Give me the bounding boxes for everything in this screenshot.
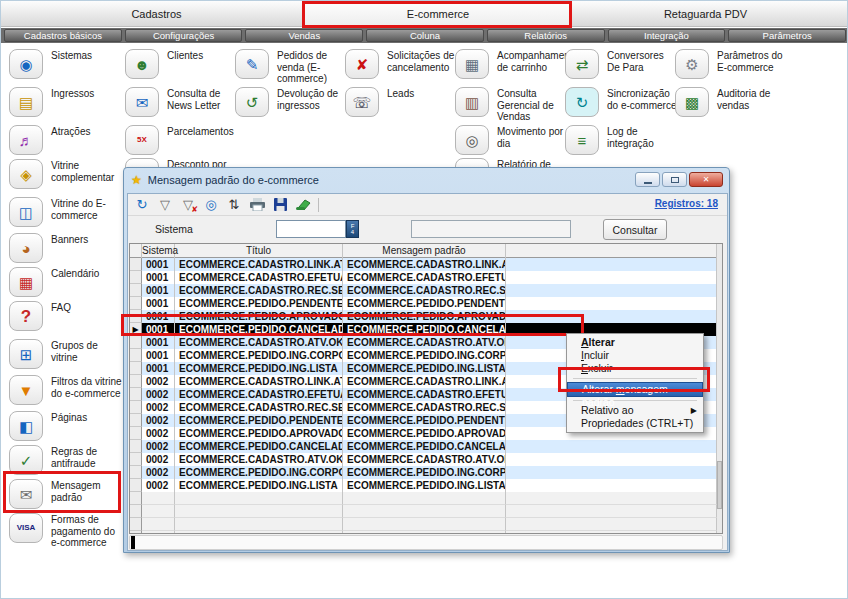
table-row[interactable]: 0002ECOMMERCE.PEDIDO.ING.LISTAECOMMERCE.… xyxy=(130,479,717,492)
cell-sistema: 0001 xyxy=(142,271,175,284)
filter-icon[interactable]: ▽ xyxy=(157,197,173,213)
module-log-de-integracao[interactable]: ≡Log de integração xyxy=(565,125,677,161)
table-row[interactable]: 0002ECOMMERCE.CADASTRO.ATV.OKECOMMERCE.C… xyxy=(130,453,717,466)
module-vitrine-do-e-commerce[interactable]: ◫Vitrine do E-commerce xyxy=(9,197,121,233)
module-auditoria-de-vendas[interactable]: ▩Auditoria de vendas xyxy=(675,87,787,123)
tab-retaguarda-pdv[interactable]: Retaguarda PDV xyxy=(571,1,839,27)
column-header-sistema[interactable]: Sistema xyxy=(142,244,175,258)
find-icon[interactable]: ◎ xyxy=(203,197,219,213)
table-row[interactable]: 0001ECOMMERCE.PEDIDO.APROVADOECOMMERCE.P… xyxy=(130,310,717,323)
module-filtros-da-vitrine-do-e-commerce[interactable]: ▼Filtros da vitrine do e-commerce xyxy=(9,375,121,411)
menu-item-relatorios[interactable]: Relatórios xyxy=(487,29,605,42)
table-row[interactable]: 0001ECOMMERCE.CADASTRO.LINK.ATIVECOMMERC… xyxy=(130,258,717,271)
module-atracoes[interactable]: ♬Atrações xyxy=(9,125,121,161)
module-parcelamentos[interactable]: 5XParcelamentos xyxy=(125,125,237,161)
clientes-icon: ☻ xyxy=(125,49,159,79)
sistema-input[interactable] xyxy=(276,220,346,238)
cell-mensagem: ECOMMERCE.CADASTRO.LINK.ATIV xyxy=(343,375,506,388)
module-sistemas[interactable]: ◉Sistemas xyxy=(9,49,121,85)
menu-item-configuracoes[interactable]: Configurações xyxy=(125,29,243,42)
module-banners[interactable]: ◕Banners xyxy=(9,233,121,269)
context-menu-item-incluir[interactable]: Incluir xyxy=(567,349,703,362)
tab-cadastros[interactable]: Cadastros xyxy=(9,1,304,27)
module-consulta-de-news-letter[interactable]: ✉Consulta de News Letter xyxy=(125,87,237,123)
print-icon[interactable] xyxy=(249,197,265,213)
sistema-lookup-button[interactable]: F4 xyxy=(346,220,359,238)
module-calendario[interactable]: ▦Calendário xyxy=(9,267,121,303)
sistema-description-input[interactable] xyxy=(411,220,571,238)
cell-filler xyxy=(506,310,717,323)
table-row[interactable]: 0001ECOMMERCE.CADASTRO.REC.SENHAECOMMERC… xyxy=(130,284,717,297)
row-indicator xyxy=(130,531,142,534)
column-header-blank[interactable] xyxy=(506,244,717,258)
module-movimento-por-dia[interactable]: ◎Movimento por dia xyxy=(455,125,567,161)
atracoes-icon: ♬ xyxy=(9,125,43,155)
module-sincronizacao-do-e-commerce[interactable]: ↻Sincronização do e-commerce xyxy=(565,87,677,123)
module-label: Devolução de ingressos xyxy=(277,88,349,111)
module-solicitacoes-de-cancelamento[interactable]: ✘Solicitações de cancelamento xyxy=(345,49,457,85)
solicitacoes-cancelamento-icon: ✘ xyxy=(345,49,379,79)
tab-e-commerce[interactable]: E-commerce xyxy=(304,1,571,27)
context-menu-item-relativo-ao[interactable]: Relativo ao▶ xyxy=(567,404,703,417)
cell-titulo: ECOMMERCE.PEDIDO.CANCELADO xyxy=(175,323,343,336)
row-indicator xyxy=(130,271,142,284)
table-row[interactable]: 0002ECOMMERCE.PEDIDO.CANCELADOECOMMERCE.… xyxy=(130,440,717,453)
column-header-mensagem-padrao[interactable]: Mensagem padrão xyxy=(343,244,506,258)
column-header-blank[interactable] xyxy=(130,244,142,258)
module-formas-de-pagamento-do-e-commerce[interactable]: VISAFormas de pagamento do e-commerce xyxy=(9,513,121,549)
table-row[interactable]: 0001ECOMMERCE.PEDIDO.PENDENTEECOMMERCE.P… xyxy=(130,297,717,310)
column-header-titulo[interactable]: Título xyxy=(175,244,343,258)
context-menu-item-alterar-mensagem-padrao[interactable]: Alterar mensagem padrão xyxy=(567,382,703,397)
cell-sistema: 0001 xyxy=(142,336,175,349)
horizontal-scrollbar[interactable] xyxy=(129,535,723,550)
save-icon[interactable] xyxy=(272,197,288,213)
module-clientes[interactable]: ☻Clientes xyxy=(125,49,237,85)
clear-filter-icon[interactable]: ▽✘ xyxy=(180,197,196,213)
context-menu-item-excluir[interactable]: Excluir xyxy=(567,362,703,375)
table-row-empty xyxy=(130,492,717,505)
module-pedidos-de-venda-e-commerce[interactable]: ✎Pedidos de venda (E-commerce) xyxy=(235,49,347,85)
minimize-button[interactable] xyxy=(635,172,660,187)
module-devolucao-de-ingressos[interactable]: ↺Devolução de ingressos xyxy=(235,87,347,123)
module-mensagem-padrao[interactable]: ✉Mensagem padrão xyxy=(9,479,121,515)
module-vitrine-complementar[interactable]: ◈Vitrine complementar xyxy=(9,159,121,195)
export-icon[interactable] xyxy=(295,197,311,213)
module-paginas[interactable]: ◧Páginas xyxy=(9,411,121,447)
context-menu-item-alterar[interactable]: Alterar xyxy=(567,336,703,349)
maximize-button[interactable] xyxy=(662,172,687,187)
row-indicator xyxy=(130,349,142,362)
close-button[interactable]: ✕ xyxy=(689,172,723,187)
menu-item-vendas[interactable]: Vendas xyxy=(245,29,363,42)
toolbar-separator xyxy=(318,198,319,212)
menu-item-cadastros-basicos[interactable]: Cadastros básicos xyxy=(4,29,122,42)
cell-filler xyxy=(506,284,717,297)
module-conversores-de-para[interactable]: ⇄Conversores De Para xyxy=(565,49,677,85)
row-indicator xyxy=(130,492,142,505)
paginas-icon: ◧ xyxy=(9,411,43,441)
module-acompanhamento-de-carrinho[interactable]: ▦Acompanhamento de carrinho xyxy=(455,49,567,85)
module-ingressos[interactable]: ▤Ingressos xyxy=(9,87,121,123)
consultar-button[interactable]: Consultar xyxy=(603,219,667,240)
menu-item-integracao[interactable]: Integração xyxy=(608,29,726,42)
records-count-link[interactable]: Registros: 18 xyxy=(655,198,718,209)
scrollbar-thumb[interactable] xyxy=(717,461,722,509)
module-faq[interactable]: ?FAQ xyxy=(9,301,121,337)
module-regras-de-antifraude[interactable]: ✓Regras de antifraude xyxy=(9,445,121,481)
module-parametros-do-e-commerce[interactable]: ⚙Parâmetros do E-commerce xyxy=(675,49,787,85)
refresh-icon[interactable]: ↻ xyxy=(134,197,150,213)
context-menu: AlterarIncluirExcluirAlterar mensagem pa… xyxy=(566,333,704,433)
module-consulta-gerencial-de-vendas[interactable]: ▥Consulta Gerencial de Vendas xyxy=(455,87,567,123)
module-grupos-de-vitrine[interactable]: ⊞Grupos de vitrine xyxy=(9,339,121,375)
context-menu-item-propriedades-ctrl-t[interactable]: Propriedades (CTRL+T) xyxy=(567,417,703,430)
module-leads[interactable]: ☏Leads xyxy=(345,87,457,123)
cell-titulo xyxy=(175,492,343,505)
cell-sistema: 0002 xyxy=(142,466,175,479)
sort-icon[interactable]: ⇅ xyxy=(226,197,242,213)
cell-titulo: ECOMMERCE.CADASTRO.EFETUADO xyxy=(175,388,343,401)
table-row[interactable]: 0001ECOMMERCE.CADASTRO.EFETUADOECOMMERCE… xyxy=(130,271,717,284)
menu-item-coluna[interactable]: Coluna xyxy=(366,29,484,42)
cell-filler xyxy=(506,505,717,518)
menu-item-parametros[interactable]: Parâmetros xyxy=(728,29,846,42)
table-row[interactable]: 0002ECOMMERCE.PEDIDO.ING.CORPOECOMMERCE.… xyxy=(130,466,717,479)
table-row-empty xyxy=(130,531,717,534)
